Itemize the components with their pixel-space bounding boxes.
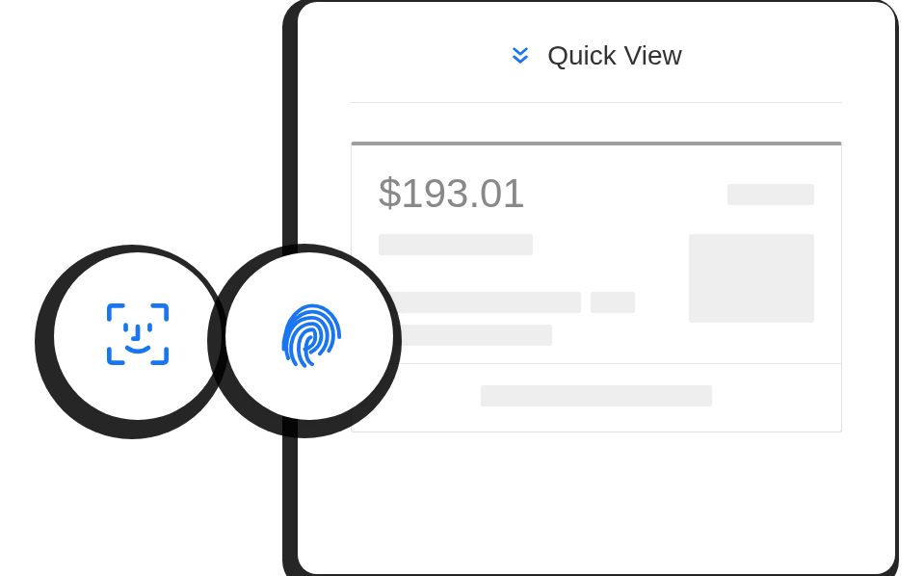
skeleton-left [379,234,635,346]
quick-view-card: Quick View $193.01 [298,2,895,574]
skeleton-right [689,234,814,323]
skeleton-bar [379,325,552,346]
amount-value: $193.01 [379,170,525,217]
preview-box: $193.01 [351,142,842,432]
face-id-icon [100,297,175,376]
fingerprint-icon [272,297,347,376]
skeleton-bar [481,385,712,406]
preview-footer [352,363,841,432]
skeleton-pill [727,184,814,205]
fingerprint-badge[interactable] [225,252,393,420]
skeleton-bar [379,292,581,313]
skeleton-row [379,234,814,346]
chevron-double-down-icon [511,46,530,65]
skeleton-bar [591,292,635,313]
card-header[interactable]: Quick View [298,2,895,102]
divider [351,102,842,103]
preview-content: $193.01 [352,145,841,363]
skeleton-thumbnail [689,234,814,323]
skeleton-bar [379,234,533,255]
header-title: Quick View [547,40,682,71]
face-id-badge[interactable] [54,252,222,420]
